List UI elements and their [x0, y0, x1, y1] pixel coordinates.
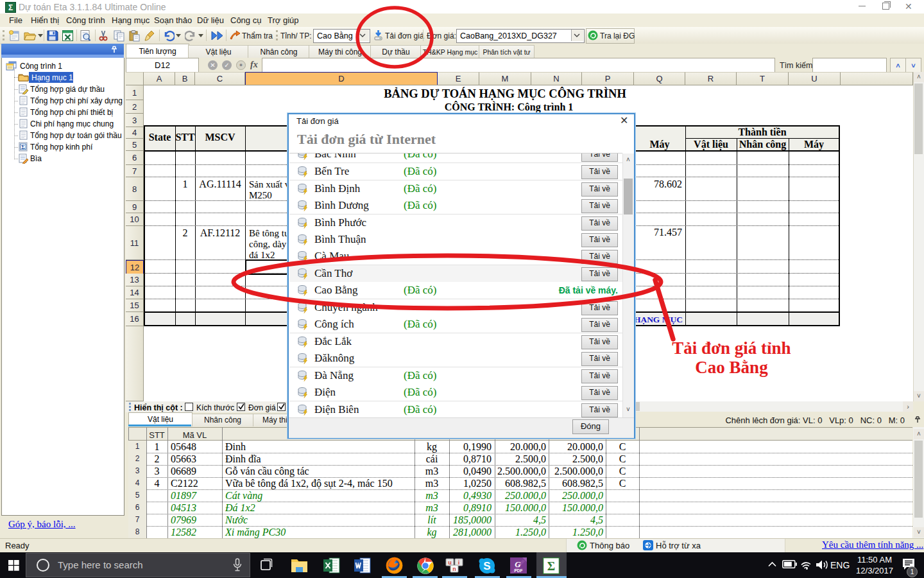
svg-text:u: u: [448, 559, 452, 566]
svg-text:S: S: [483, 560, 490, 572]
svg-text:i: i: [458, 559, 460, 566]
svg-text:Σ: Σ: [547, 559, 555, 573]
svg-text:G: G: [515, 559, 521, 569]
svg-text:Σ: Σ: [21, 144, 25, 150]
svg-text:n: n: [452, 566, 456, 572]
svg-text:PDF: PDF: [515, 568, 523, 573]
